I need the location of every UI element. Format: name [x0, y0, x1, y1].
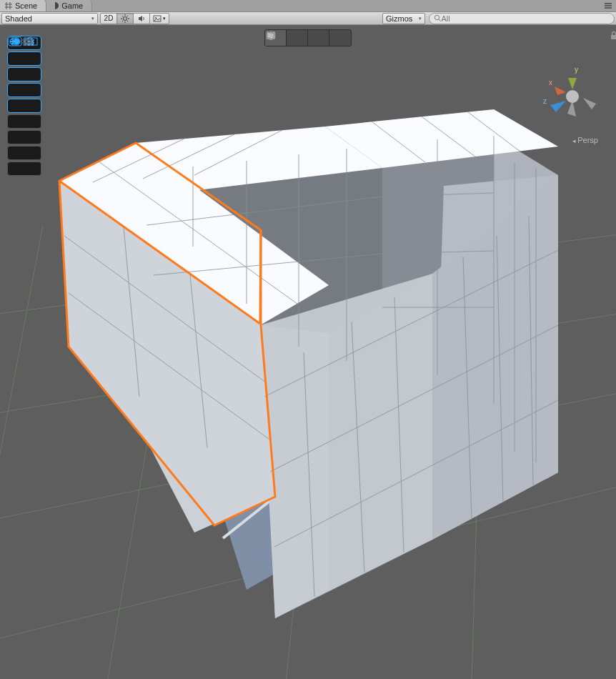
svg-text:x: x: [549, 79, 552, 86]
game-icon: [51, 1, 59, 10]
toggle-visibility[interactable]: [7, 51, 41, 66]
scene-toolbar-overlay: 1 ON X Y Z 3D: [7, 36, 43, 176]
twod-toggle[interactable]: 2D: [100, 13, 117, 24]
hash-icon: [4, 1, 13, 10]
svg-text:z: z: [543, 97, 547, 105]
audio-toggle[interactable]: [133, 13, 150, 24]
search-input[interactable]: [442, 14, 610, 23]
twod-label: 2D: [104, 14, 114, 22]
scene-viewport[interactable]: 1 ON X Y Z 3D: [0, 25, 616, 679]
chevron-down-icon: ▾: [91, 16, 94, 21]
toggle-on[interactable]: ON: [7, 67, 41, 81]
tab-game-label: Game: [61, 1, 83, 10]
toggle-arrow[interactable]: [7, 83, 41, 97]
toggle-3d[interactable]: 3D: [7, 162, 41, 176]
scene-view-group: 2D ▾: [100, 13, 169, 24]
tool-face[interactable]: [329, 30, 351, 46]
tab-bar: Scene Game: [0, 0, 616, 12]
svg-line-14: [127, 16, 128, 16]
toggle-y[interactable]: Y: [7, 130, 41, 144]
picture-icon: [153, 14, 162, 23]
toggle-x[interactable]: X: [7, 114, 41, 129]
gizmos-dropdown[interactable]: Gizmos ▾: [382, 13, 425, 24]
scene-render: [0, 25, 616, 679]
lighting-toggle[interactable]: [116, 13, 134, 24]
svg-line-85: [260, 230, 261, 324]
probuilder-tools: [264, 29, 352, 46]
svg-line-24: [0, 225, 43, 679]
view-mode-label[interactable]: ◂ Persp: [572, 136, 598, 144]
tab-scene[interactable]: Scene: [0, 0, 46, 11]
scene-search[interactable]: [429, 13, 615, 24]
gizmos-label: Gizmos: [386, 14, 412, 23]
svg-text:y: y: [575, 66, 578, 74]
svg-line-15: [122, 20, 123, 21]
tab-game[interactable]: Game: [46, 0, 92, 11]
scene-toolbar: Shaded ▾ 2D ▾ Gizmos ▾: [0, 12, 616, 25]
svg-rect-129: [611, 35, 616, 39]
tool-vertex[interactable]: [287, 30, 308, 46]
chevron-down-icon: ▾: [163, 16, 166, 21]
sun-icon: [121, 14, 129, 23]
svg-text:3D: 3D: [11, 38, 20, 46]
tab-scene-label: Scene: [15, 1, 37, 10]
shading-label: Shaded: [5, 14, 32, 23]
search-icon: [434, 14, 442, 22]
speaker-icon: [137, 14, 146, 23]
face-icon: [265, 30, 277, 41]
toggle-lock[interactable]: [7, 99, 41, 113]
shading-dropdown[interactable]: Shaded ▾: [1, 13, 98, 24]
svg-point-18: [434, 15, 439, 19]
tool-edge[interactable]: [308, 30, 329, 46]
tab-options-button[interactable]: [600, 0, 616, 11]
chevron-down-icon: ▾: [419, 16, 422, 21]
svg-point-7: [124, 16, 127, 20]
svg-line-12: [122, 16, 123, 16]
svg-point-130: [566, 90, 579, 103]
svg-line-13: [127, 20, 128, 21]
toggle-z[interactable]: Z: [7, 146, 41, 160]
axis-gizmo[interactable]: y x z: [540, 61, 605, 139]
effects-toggle[interactable]: ▾: [149, 13, 169, 24]
